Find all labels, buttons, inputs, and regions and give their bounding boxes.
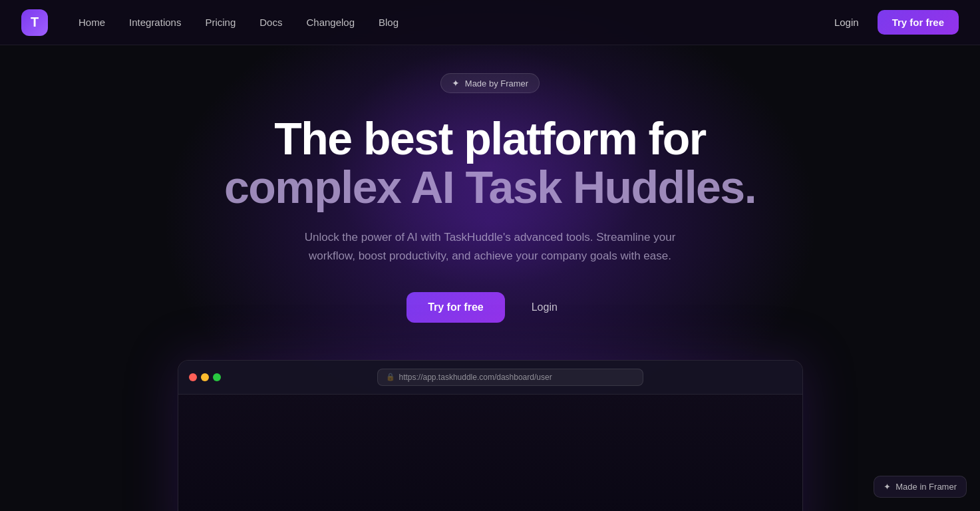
nav-link-home[interactable]: Home bbox=[69, 11, 114, 33]
framer-badge-bottom[interactable]: ✦ Made in Framer bbox=[874, 476, 967, 498]
nav-link-changelog[interactable]: Changelog bbox=[297, 11, 364, 33]
browser-dot-yellow bbox=[201, 373, 209, 381]
hero-title-line1: The best platform for bbox=[224, 114, 756, 163]
hero-title: The best platform for complex AI Task Hu… bbox=[224, 114, 756, 212]
framer-badge-bottom-icon: ✦ bbox=[884, 482, 891, 492]
navbar: T Home Integrations Pricing Docs Changel… bbox=[0, 0, 980, 45]
nav-link-blog[interactable]: Blog bbox=[369, 11, 408, 33]
hero-try-button[interactable]: Try for free bbox=[407, 292, 505, 323]
hero-login-button[interactable]: Login bbox=[516, 292, 573, 323]
nav-login-button[interactable]: Login bbox=[826, 11, 867, 33]
nav-logo[interactable]: T bbox=[21, 9, 48, 36]
browser-dot-green bbox=[213, 373, 221, 381]
browser-dots bbox=[189, 373, 221, 381]
nav-actions: Login Try for free bbox=[826, 10, 959, 35]
browser-content bbox=[178, 395, 802, 511]
browser-url-bar: 🔒 https://app.taskhuddle.com/dashboard/u… bbox=[377, 369, 643, 386]
browser-titlebar: 🔒 https://app.taskhuddle.com/dashboard/u… bbox=[178, 361, 802, 395]
nav-link-docs[interactable]: Docs bbox=[250, 11, 291, 33]
main-content: ✦ Made by Framer The best platform for c… bbox=[0, 0, 980, 511]
nav-link-pricing[interactable]: Pricing bbox=[196, 11, 245, 33]
browser-dot-red bbox=[189, 373, 197, 381]
framer-badge-bottom-label: Made in Framer bbox=[896, 482, 957, 492]
hero-subtitle: Unlock the power of AI with TaskHuddle's… bbox=[297, 228, 683, 265]
framer-badge: ✦ Made by Framer bbox=[440, 73, 540, 93]
browser-mockup: 🔒 https://app.taskhuddle.com/dashboard/u… bbox=[178, 360, 803, 511]
nav-link-integrations[interactable]: Integrations bbox=[120, 11, 190, 33]
nav-links: Home Integrations Pricing Docs Changelog… bbox=[69, 11, 826, 33]
nav-try-button[interactable]: Try for free bbox=[878, 10, 959, 35]
hero-title-line2: complex AI Task Huddles. bbox=[224, 163, 756, 212]
badge-icon: ✦ bbox=[452, 78, 460, 88]
cta-row: Try for free Login bbox=[407, 292, 573, 323]
browser-url-text: https://app.taskhuddle.com/dashboard/use… bbox=[399, 373, 552, 382]
lock-icon: 🔒 bbox=[386, 373, 395, 381]
badge-text: Made by Framer bbox=[465, 79, 528, 88]
